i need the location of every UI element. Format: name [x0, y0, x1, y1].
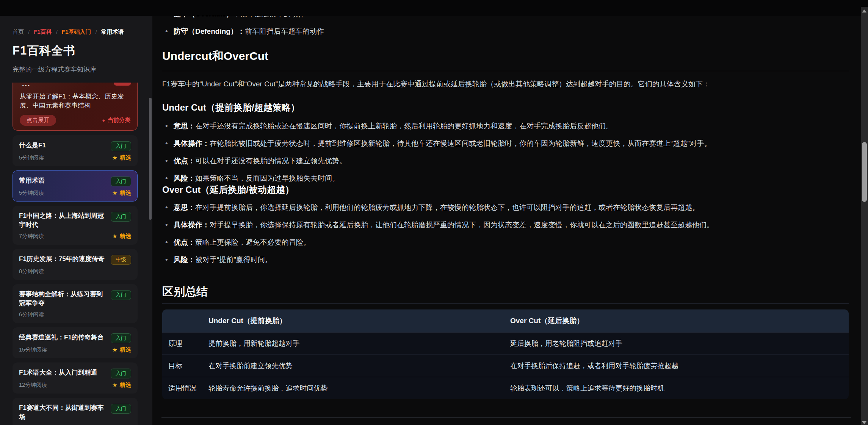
table-cell-overcut: 延后换胎，用老轮胎阻挡或追赶对手: [504, 332, 849, 355]
read-time-label: 8分钟阅读: [19, 268, 44, 275]
article-card[interactable]: F1中国之路：从上海站到周冠宇时代 入门 7分钟阅读 ★ 精选: [13, 206, 138, 245]
bullet-label: 风险：: [174, 256, 195, 264]
article-card[interactable]: F1历史发展：75年的速度传奇 中级 8分钟阅读: [13, 249, 138, 280]
read-time-label: 15分钟阅读: [19, 346, 47, 353]
breadcrumb-category[interactable]: F1百科: [34, 28, 52, 36]
under-cut-bullet-list: 意思：在对手还没有完成换轮胎或还在慢速区间时，你提前换上新轮胎，然后利用轮胎的更…: [162, 120, 849, 190]
breadcrumb: 首页 / F1百科 / F1基础入门 / 常用术语: [13, 28, 138, 36]
article-card[interactable]: 什么是F1 入门 5分钟阅读 ★ 精选: [13, 135, 138, 166]
breadcrumb-current-page: 常用术语: [101, 28, 124, 36]
article-title: F1历史发展：75年的速度传奇: [19, 255, 111, 264]
breadcrumb-section[interactable]: F1基础入门: [62, 28, 91, 36]
page-title: F1百科全书: [13, 43, 138, 59]
main-content: 超车（Overtake）：后车超越前车的动作 防守（Defending）：前车阻…: [152, 0, 868, 425]
bullet-text: 对手提早换胎，你选择保持原有轮胎或者延后换胎，让他们在轮胎磨损严重的情况下，因为…: [210, 221, 714, 229]
sidebar-scrollbar-thumb[interactable]: [149, 98, 152, 220]
intro-paragraph: F1赛车中的“Under Cut”和“Over Cut”是两种常见的战略手段，主…: [162, 78, 849, 90]
table-header-cell: Over Cut（延后换胎）: [504, 309, 849, 332]
article-card[interactable]: F1赛道大不同：从街道到赛车场 入门 10分钟阅读 ★ 精选: [13, 398, 138, 425]
table-cell-undercut: 提前换胎，用新轮胎超越对手: [202, 332, 504, 355]
read-time-label: 7分钟阅读: [19, 233, 44, 240]
featured-badge: ★ 精选: [112, 346, 131, 353]
section-heading-undercut-overcut: Undercut和OverCut: [162, 48, 849, 71]
level-badge: 入门: [111, 290, 131, 300]
bullet-text: 前车阻挡后车超车的动作: [245, 27, 324, 35]
scroll-up-icon[interactable]: [862, 9, 866, 12]
bullet-text: 在对手还没有完成换轮胎或还在慢速区间时，你提前换上新轮胎，然后利用轮胎的更好抓地…: [195, 122, 613, 130]
bullet-label: 优点：: [174, 238, 195, 246]
category-card[interactable]: ... 从零开始了解F1：基本概念、历史发展、中国元素和赛事结构 点击展开 ● …: [13, 83, 138, 131]
bullet-text: 可以在对手还没有换胎的情况下建立领先优势。: [195, 157, 346, 165]
section-heading-summary: 区别总结: [162, 284, 849, 304]
table-cell-undercut: 在对手换胎前建立领先优势: [202, 355, 504, 377]
bullet-item: 防守（Defending）：前车阻挡后车超车的动作: [162, 26, 849, 37]
top-bar: [0, 0, 868, 16]
star-icon: ★: [112, 189, 118, 197]
read-time-label: 6分钟阅读: [19, 311, 44, 318]
bullet-label: 具体操作：: [174, 139, 210, 147]
page-scrollbar[interactable]: [861, 7, 868, 425]
level-badge: 中级: [111, 255, 131, 265]
featured-label: 精选: [120, 381, 131, 389]
article-title: F1赛道大不同：从街道到赛车场: [19, 403, 111, 422]
bullet-text: 在对手提前换胎后，你选择延后换轮胎，利用他们的轮胎疲劳或抓地力下降，在较慢的轮胎…: [195, 203, 699, 211]
current-category-label: 当前分类: [108, 117, 130, 124]
table-cell-overcut: 轮胎表现还可以，策略上追求等待更好的换胎时机: [504, 377, 849, 399]
article-title: F1中国之路：从上海站到周冠宇时代: [19, 211, 111, 230]
featured-label: 精选: [120, 233, 131, 240]
breadcrumb-separator: /: [56, 29, 58, 35]
level-badge: 入门: [111, 369, 131, 378]
article-title: 经典赛道巡礼：F1的传奇舞台: [19, 333, 111, 342]
bullet-item: 具体操作：在轮胎比较旧或处于疲劳状态时，提前到维修区换新轮胎，待其他车还在慢速区…: [162, 138, 849, 149]
table-header-row: Under Cut（提前换胎） Over Cut（延后换胎）: [162, 309, 849, 332]
table-cell-undercut: 轮胎寿命允许提前换胎，追求时间优势: [202, 377, 504, 399]
level-badge: 入门: [111, 333, 131, 343]
bullet-label: 意思：: [174, 203, 195, 211]
bottom-divider: [161, 417, 851, 417]
category-description: 从零开始了解F1：基本概念、历史发展、中国元素和赛事结构: [20, 92, 130, 110]
over-cut-bullet-list: 意思：在对手提前换胎后，你选择延后换轮胎，利用他们的轮胎疲劳或抓地力下降，在较慢…: [162, 202, 849, 272]
table-header-cell: Under Cut（提前换胎）: [202, 309, 504, 332]
table-row: 适用情况 轮胎寿命允许提前换胎，追求时间优势 轮胎表现还可以，策略上追求等待更好…: [162, 377, 849, 399]
page-subtitle: 完整的一级方程式赛车知识库: [13, 65, 138, 74]
sidebar-header: 首页 / F1百科 / F1基础入门 / 常用术语 F1百科全书 完整的一级方程…: [0, 16, 152, 74]
sidebar: 首页 / F1百科 / F1基础入门 / 常用术语 F1百科全书 完整的一级方程…: [0, 16, 152, 425]
article-title: 什么是F1: [19, 141, 111, 150]
bullet-text: 被对手“提前”赢得时间。: [195, 256, 272, 264]
bullet-label: 意思：: [174, 122, 195, 130]
bullet-item: 意思：在对手提前换胎后，你选择延后换轮胎，利用他们的轮胎疲劳或抓地力下降，在较慢…: [162, 202, 849, 213]
table-row-label: 适用情况: [162, 377, 202, 399]
category-card-badge-fragment: [114, 83, 131, 86]
featured-badge: ★ 精选: [112, 381, 131, 389]
bullet-item: 优点：可以在对手还没有换胎的情况下建立领先优势。: [162, 155, 849, 167]
article-title: 赛事结构全解析：从练习赛到冠军争夺: [19, 290, 111, 308]
bullet-item: 风险：被对手“提前”赢得时间。: [162, 254, 849, 266]
page-scrollbar-thumb[interactable]: [862, 142, 867, 202]
table-row-label: 原理: [162, 332, 202, 355]
breadcrumb-home[interactable]: 首页: [13, 28, 24, 36]
featured-label: 精选: [120, 154, 131, 161]
star-icon: ★: [112, 346, 118, 353]
breadcrumb-separator: /: [95, 29, 97, 35]
article-title: F1术语大全：从入门到精通: [19, 368, 111, 377]
table-row: 原理 提前换胎，用新轮胎超越对手 延后换胎，用老轮胎阻挡或追赶对手: [162, 332, 849, 355]
scroll-down-icon[interactable]: [862, 421, 866, 424]
article-card[interactable]: 赛事结构全解析：从练习赛到冠军争夺 入门 6分钟阅读: [13, 284, 138, 323]
level-badge: 入门: [111, 404, 131, 414]
featured-label: 精选: [120, 189, 131, 197]
article-card[interactable]: 经典赛道巡礼：F1的传奇舞台 入门 15分钟阅读 ★ 精选: [13, 327, 138, 358]
article-card[interactable]: 常用术语 入门 5分钟阅读 ★ 精选: [13, 170, 138, 202]
level-badge: 入门: [111, 141, 131, 151]
featured-badge: ★ 精选: [112, 189, 131, 197]
bullet-label: 优点：: [174, 157, 195, 165]
featured-badge: ★ 精选: [112, 154, 131, 161]
bullet-text: 在轮胎比较旧或处于疲劳状态时，提前到维修区换新轮胎，待其他车还在慢速区间或老旧轮…: [210, 139, 711, 147]
article-card[interactable]: F1术语大全：从入门到精通 入门 12分钟阅读 ★ 精选: [13, 362, 138, 394]
table-cell-overcut: 在对手换胎后保持追赶，或者利用对手轮胎疲劳抢超越: [504, 355, 849, 377]
bullet-item: 意思：在对手还没有完成换轮胎或还在慢速区间时，你提前换上新轮胎，然后利用轮胎的更…: [162, 120, 849, 132]
summary-table: Under Cut（提前换胎） Over Cut（延后换胎） 原理 提前换胎，用…: [162, 309, 849, 399]
star-icon: ★: [112, 381, 118, 389]
level-badge: 入门: [111, 177, 131, 186]
expand-button[interactable]: 点击展开: [20, 115, 56, 126]
article-list: ... 从零开始了解F1：基本概念、历史发展、中国元素和赛事结构 点击展开 ● …: [13, 83, 138, 425]
